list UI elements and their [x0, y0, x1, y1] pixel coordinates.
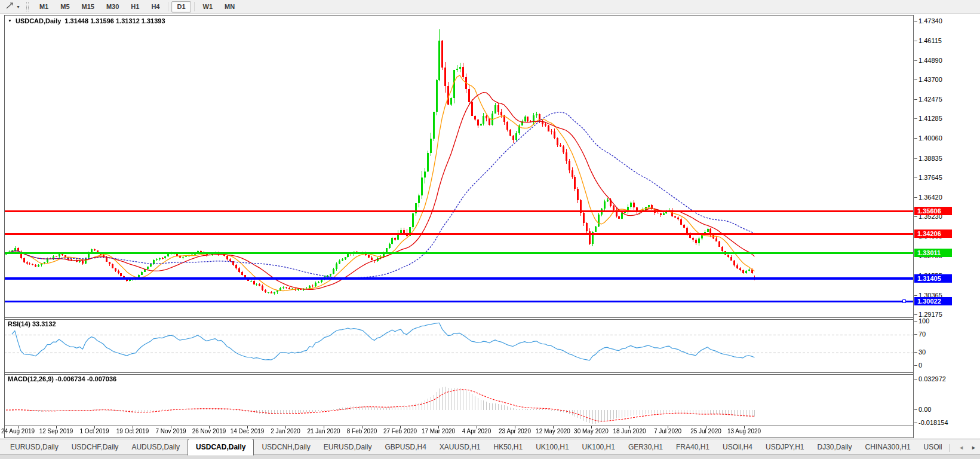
chart-tab-usoil-h4[interactable]: USOil,H4: [717, 439, 758, 455]
price-axis-label: 1.38835: [918, 155, 942, 163]
timeframe-button-m30[interactable]: M30: [101, 1, 124, 13]
timeframe-button-m15[interactable]: M15: [76, 1, 100, 13]
chart-collapse-caret-icon[interactable]: ▼: [8, 19, 12, 23]
toolbar-group-separator: [168, 2, 168, 11]
price-axis-label: 1.46115: [918, 37, 942, 45]
date-axis-label: 13 Aug 2020: [719, 428, 769, 434]
chart-tab-xauusd-h1[interactable]: XAUUSD,H1: [434, 439, 486, 455]
price-chart-canvas[interactable]: [4, 15, 914, 438]
tabs-scroll-right-button[interactable]: ►: [971, 445, 976, 451]
rsi-axis-label: 70: [918, 331, 926, 338]
chart-tab-fra40-h1[interactable]: FRA40,H1: [671, 439, 715, 455]
price-line-badge: 1.30022: [914, 297, 952, 305]
chart-tab-usdchf-daily[interactable]: USDCHF,Daily: [66, 439, 124, 455]
tool-dropdown-caret-icon[interactable]: ▼: [16, 5, 20, 9]
crosshair-tool-icon: [5, 1, 14, 12]
timeframe-button-d1[interactable]: D1: [171, 1, 191, 13]
timeframe-toolbar: M1M5M15M30H1H4D1W1MN: [33, 0, 241, 14]
chart-ohlc-values: 1.31448 1.31596 1.31312 1.31393: [64, 17, 165, 25]
toolbar-group-separator: [194, 2, 195, 11]
chart-tab-uk100-h1[interactable]: UK100,H1: [530, 439, 574, 455]
chart-tab-usoil-h1[interactable]: USOil,H1: [918, 439, 942, 455]
chart-tab-usdjpy-h1[interactable]: USDJPY,H1: [760, 439, 809, 455]
macd-axis-label: -0.018154: [918, 419, 948, 427]
timeframe-button-h1[interactable]: H1: [125, 1, 145, 13]
chart-symbol-label: USDCAD,Daily: [16, 17, 61, 25]
price-line-badge: 1.31405: [914, 274, 952, 283]
price-axis-label: 1.41285: [918, 115, 942, 123]
timeframe-button-mn[interactable]: MN: [219, 1, 240, 13]
chart-tab-audusd-daily[interactable]: AUDUSD,Daily: [126, 439, 185, 455]
timeframe-button-h4[interactable]: H4: [146, 1, 165, 13]
price-axis-label: 1.43700: [918, 76, 942, 84]
chart-tab-eurusd-daily[interactable]: EURUSD,Daily: [318, 439, 377, 455]
chart-tab-eurusd-daily[interactable]: EURUSD,Daily: [5, 439, 64, 455]
chart-tab-ger30-h1[interactable]: GER30,H1: [623, 439, 668, 455]
mt4-platform: { "toolbar": { "groups": [["M1","M5","M1…: [0, 0, 980, 459]
tabs-scroll-left-button[interactable]: ◄: [959, 445, 964, 451]
crosshair-tool-button[interactable]: ▼: [3, 1, 23, 13]
chart-tab-dj30-daily[interactable]: DJ30,Daily: [812, 439, 858, 455]
rsi-axis-label: 30: [918, 348, 926, 356]
chart-tab-gbpusd-h4[interactable]: GBPUSD,H4: [379, 439, 431, 455]
price-line-badge: 1.35606: [914, 207, 952, 215]
timeframe-button-m5[interactable]: M5: [55, 1, 75, 13]
top-toolbar: ▼ M1M5M15M30H1H4D1W1MN: [0, 0, 980, 14]
macd-axis-label: 0.00: [918, 406, 931, 414]
rsi-axis-label: 100: [918, 317, 929, 325]
macd-indicator-header: MACD(12,26,9) -0.006734 -0.007036: [8, 375, 116, 382]
chart-tab-uk100-h1[interactable]: UK100,H1: [577, 439, 620, 455]
tab-separator: [950, 444, 950, 452]
chart-tab-china300-h1[interactable]: CHINA300,H1: [860, 439, 916, 455]
macd-axis-label: 0.032972: [918, 375, 946, 383]
price-axis-label: 1.44890: [918, 57, 942, 65]
toolbar-grip-handle[interactable]: [26, 2, 29, 11]
timeframe-button-m1[interactable]: M1: [34, 1, 54, 13]
chart-title: ▼ USDCAD,Daily 1.31448 1.31596 1.31312 1…: [8, 17, 165, 25]
price-axis-label: 1.37645: [918, 174, 942, 182]
price-axis-label: 1.47340: [918, 17, 942, 25]
price-axis-label: 1.40060: [918, 134, 942, 142]
chart-tab-usdcad-daily[interactable]: USDCAD,Daily: [188, 439, 254, 455]
chart-tabbar: EURUSD,DailyUSDCHF,DailyAUDUSD,DailyUSDC…: [0, 439, 980, 459]
price-line-badge: 1.33011: [914, 249, 952, 257]
chart-tab-usdcnh-daily[interactable]: USDCNH,Daily: [256, 439, 315, 455]
chart-tab-hk50-h1[interactable]: HK50,H1: [489, 439, 529, 455]
chart-tabs: EURUSD,DailyUSDCHF,DailyAUDUSD,DailyUSDC…: [5, 439, 942, 455]
tab-scroll-controls: ◄ ►: [948, 442, 976, 454]
price-line-badge: 1.34206: [914, 230, 952, 238]
rsi-indicator-header: RSI(14) 33.3132: [8, 320, 56, 328]
rsi-axis-label: 0: [918, 362, 922, 369]
price-axis-label: 1.36420: [918, 194, 942, 201]
price-axis-label: 1.42475: [918, 96, 942, 103]
timeframe-button-w1[interactable]: W1: [198, 1, 219, 13]
